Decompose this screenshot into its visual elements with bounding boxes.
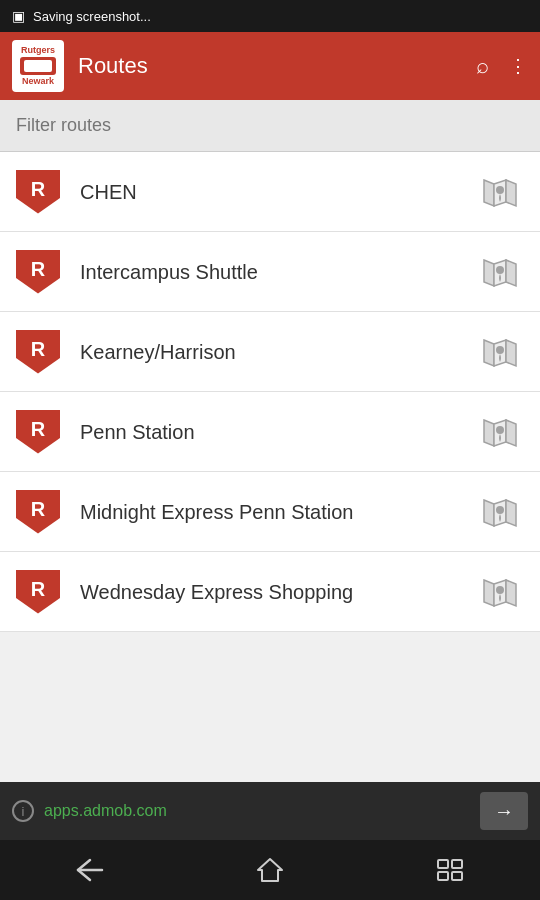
map-icon: [480, 252, 520, 292]
filter-input[interactable]: [16, 115, 524, 136]
svg-marker-2: [506, 180, 516, 206]
map-icon-button[interactable]: [476, 488, 524, 536]
search-icon[interactable]: ⌕: [476, 53, 489, 79]
svg-marker-0: [484, 180, 494, 206]
routes-list: R CHEN R Interca: [0, 152, 540, 632]
nav-bar: [0, 840, 540, 900]
svg-marker-4: [484, 260, 494, 286]
shield-icon: R: [16, 250, 60, 294]
route-badge: R: [16, 250, 60, 294]
ad-arrow-icon: →: [494, 800, 514, 823]
svg-point-3: [496, 186, 504, 194]
shield-letter: R: [31, 258, 45, 281]
page-title: Routes: [78, 53, 476, 79]
map-icon: [480, 412, 520, 452]
svg-marker-22: [506, 580, 516, 606]
route-badge: R: [16, 570, 60, 614]
app-logo: Rutgers Newark: [12, 40, 64, 92]
svg-rect-29: [452, 872, 462, 880]
map-icon: [480, 332, 520, 372]
route-item[interactable]: R Kearney/Harrison: [0, 312, 540, 392]
map-icon-button[interactable]: [476, 328, 524, 376]
shield-letter: R: [31, 418, 45, 441]
route-item[interactable]: R Intercampus Shuttle: [0, 232, 540, 312]
route-name: Kearney/Harrison: [80, 339, 476, 365]
route-name: Midnight Express Penn Station: [80, 499, 476, 525]
svg-marker-10: [506, 340, 516, 366]
ad-info-icon: i: [12, 800, 34, 822]
shield-icon: R: [16, 410, 60, 454]
back-button[interactable]: [50, 840, 130, 900]
svg-marker-14: [506, 420, 516, 446]
shield-letter: R: [31, 178, 45, 201]
route-item[interactable]: R Penn Station: [0, 392, 540, 472]
svg-rect-26: [438, 860, 448, 868]
route-badge: R: [16, 410, 60, 454]
map-icon: [480, 172, 520, 212]
shield-icon: R: [16, 570, 60, 614]
map-icon-button[interactable]: [476, 168, 524, 216]
svg-marker-20: [484, 580, 494, 606]
route-item[interactable]: R Wednesday Express Shopping: [0, 552, 540, 632]
route-item[interactable]: R CHEN: [0, 152, 540, 232]
svg-point-11: [496, 346, 504, 354]
status-bar: ▣ Saving screenshot...: [0, 0, 540, 32]
shield-icon: R: [16, 170, 60, 214]
route-name: CHEN: [80, 179, 476, 205]
map-icon-button[interactable]: [476, 568, 524, 616]
map-icon-button[interactable]: [476, 408, 524, 456]
map-icon: [480, 492, 520, 532]
status-text: Saving screenshot...: [33, 9, 151, 24]
ad-url: apps.admob.com: [44, 802, 480, 820]
route-badge: R: [16, 330, 60, 374]
svg-point-7: [496, 266, 504, 274]
shield-icon: R: [16, 330, 60, 374]
ad-banner: i apps.admob.com →: [0, 782, 540, 840]
svg-rect-28: [438, 872, 448, 880]
svg-marker-16: [484, 500, 494, 526]
route-badge: R: [16, 170, 60, 214]
svg-point-19: [496, 506, 504, 514]
svg-marker-18: [506, 500, 516, 526]
svg-marker-6: [506, 260, 516, 286]
app-bar-actions: ⌕ ⋮: [476, 53, 528, 79]
svg-marker-12: [484, 420, 494, 446]
recents-button[interactable]: [410, 840, 490, 900]
svg-marker-8: [484, 340, 494, 366]
shield-letter: R: [31, 338, 45, 361]
svg-marker-25: [258, 859, 282, 881]
app-bar: Rutgers Newark Routes ⌕ ⋮: [0, 32, 540, 100]
more-options-icon[interactable]: ⋮: [509, 55, 528, 77]
ad-arrow-button[interactable]: →: [480, 792, 528, 830]
svg-point-15: [496, 426, 504, 434]
logo-bus-icon: [20, 57, 56, 75]
route-name: Penn Station: [80, 419, 476, 445]
shield-icon: R: [16, 490, 60, 534]
logo-text-bottom: Newark: [22, 77, 54, 86]
route-name: Intercampus Shuttle: [80, 259, 476, 285]
home-button[interactable]: [230, 840, 310, 900]
map-icon-button[interactable]: [476, 248, 524, 296]
route-name: Wednesday Express Shopping: [80, 579, 476, 605]
logo-text-top: Rutgers: [21, 46, 55, 55]
svg-rect-27: [452, 860, 462, 868]
map-icon: [480, 572, 520, 612]
route-badge: R: [16, 490, 60, 534]
filter-bar: [0, 100, 540, 152]
svg-point-23: [496, 586, 504, 594]
route-item[interactable]: R Midnight Express Penn Station: [0, 472, 540, 552]
shield-letter: R: [31, 578, 45, 601]
shield-letter: R: [31, 498, 45, 521]
screenshot-icon: ▣: [12, 8, 25, 24]
